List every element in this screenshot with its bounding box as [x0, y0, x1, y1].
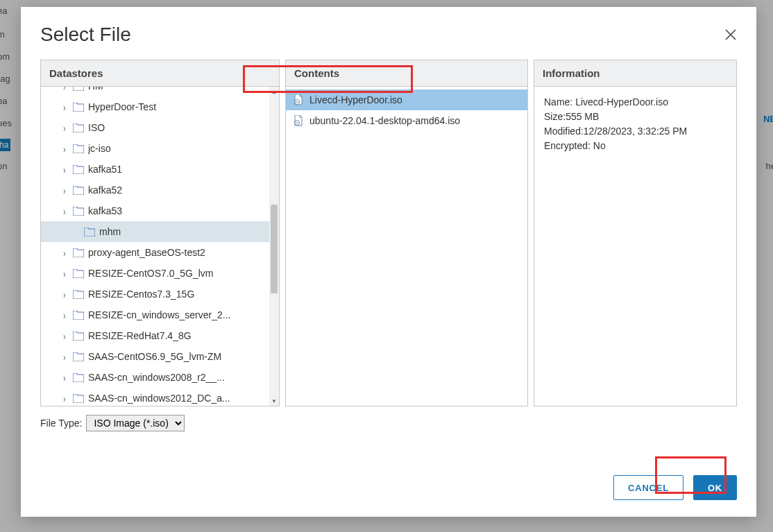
- iso-file-icon: [293, 115, 304, 126]
- chevron-right-icon[interactable]: ›: [60, 121, 69, 134]
- tree-item[interactable]: ›HyperDoor-Test: [41, 96, 269, 117]
- tree-item[interactable]: ›HM: [41, 87, 269, 96]
- folder-icon: [73, 269, 84, 278]
- folder-icon: [73, 394, 84, 403]
- iso-file-icon: [293, 94, 304, 105]
- tree-item-label: RESIZE-cn_windows_server_2...: [88, 309, 230, 320]
- folder-icon: [73, 332, 84, 341]
- tree-item[interactable]: ›RESIZE-cn_windows_server_2...: [41, 304, 269, 325]
- tree-item[interactable]: ›mhm: [41, 221, 269, 242]
- folder-icon: [73, 186, 84, 195]
- tree-item-label: SAAS-cn_windows2012_DC_a...: [88, 393, 230, 404]
- folder-icon: [84, 228, 95, 237]
- chevron-right-icon[interactable]: ›: [60, 309, 69, 321]
- folder-icon: [73, 103, 84, 112]
- file-type-label: File Type:: [40, 418, 82, 429]
- chevron-right-icon[interactable]: ›: [60, 101, 69, 113]
- tree-item[interactable]: ›proxy-agent_BaseOS-test2: [41, 242, 269, 263]
- info-size: Size:555 MB: [544, 110, 727, 124]
- folder-icon: [73, 87, 84, 91]
- tree-item-label: proxy-agent_BaseOS-test2: [88, 247, 205, 258]
- scroll-down-icon[interactable]: ▼: [269, 396, 279, 406]
- tree-item-label: RESIZE-CentOS7.0_5G_lvm: [88, 268, 214, 279]
- chevron-right-icon[interactable]: ›: [60, 246, 69, 259]
- tree-item[interactable]: ›RESIZE-RedHat7.4_8G: [41, 325, 269, 346]
- tree-item-label: jc-iso: [88, 143, 111, 154]
- tree-item[interactable]: ›kafka51: [41, 159, 269, 180]
- chevron-right-icon[interactable]: ›: [60, 163, 69, 175]
- ok-button[interactable]: OK: [693, 475, 737, 500]
- svg-point-3: [296, 122, 298, 123]
- chevron-right-icon[interactable]: ›: [60, 392, 69, 404]
- information-panel: Information Name: Livecd-HyperDoor.iso S…: [534, 60, 737, 406]
- file-item-label: Livecd-HyperDoor.iso: [309, 94, 402, 105]
- tree-item-label: RESIZE-Centos7.3_15G: [88, 289, 194, 300]
- chevron-right-icon[interactable]: ›: [60, 371, 69, 384]
- chevron-right-icon[interactable]: ›: [60, 142, 69, 155]
- contents-header: Contents: [286, 60, 527, 87]
- tree-item-label: RESIZE-RedHat7.4_8G: [88, 330, 192, 341]
- tree-item[interactable]: ›kafka52: [41, 180, 269, 200]
- folder-icon: [73, 248, 84, 257]
- chevron-right-icon[interactable]: ›: [60, 184, 69, 196]
- information-body: Name: Livecd-HyperDoor.iso Size:555 MB M…: [534, 87, 736, 406]
- scrollbar: ▲ ▼: [269, 87, 279, 406]
- chevron-right-icon[interactable]: ›: [60, 87, 69, 92]
- info-name: Name: Livecd-HyperDoor.iso: [544, 95, 727, 110]
- information-header: Information: [534, 60, 736, 87]
- tree-item[interactable]: ›SAAS-cn_windows2008_r2__...: [41, 367, 269, 388]
- tree-item-label: ISO: [88, 122, 105, 133]
- scroll-thumb[interactable]: [271, 205, 278, 293]
- contents-body: Livecd-HyperDoor.isoubuntu-22.04.1-deskt…: [286, 87, 527, 406]
- modal-footer: CANCEL OK: [40, 458, 737, 500]
- tree-item-label: HyperDoor-Test: [88, 101, 156, 112]
- tree-item-label: SAAS-cn_windows2008_r2__...: [88, 372, 225, 383]
- tree-item[interactable]: ›ISO: [41, 117, 269, 138]
- tree-item-label: kafka51: [88, 164, 122, 175]
- select-file-modal: Select File Datastores ›HM›HyperDoor-Tes…: [21, 7, 756, 517]
- file-item[interactable]: Livecd-HyperDoor.iso: [286, 89, 527, 110]
- tree-item[interactable]: ›SAAS-cn_windows2012_DC_a...: [41, 388, 269, 406]
- tree-item[interactable]: ›RESIZE-CentOS7.0_5G_lvm: [41, 263, 269, 284]
- chevron-right-icon[interactable]: ›: [60, 288, 69, 300]
- datastores-header: Datastores: [41, 60, 279, 87]
- file-item[interactable]: ubuntu-22.04.1-desktop-amd64.iso: [286, 110, 527, 131]
- tree-item-label: mhm: [99, 226, 121, 237]
- folder-icon: [73, 123, 84, 132]
- folder-icon: [73, 207, 84, 216]
- folder-icon: [73, 352, 84, 361]
- chevron-right-icon[interactable]: ›: [60, 267, 69, 280]
- chevron-right-icon[interactable]: ›: [60, 205, 69, 217]
- folder-icon: [73, 144, 84, 153]
- contents-list: Livecd-HyperDoor.isoubuntu-22.04.1-deskt…: [286, 87, 527, 134]
- scroll-up-icon[interactable]: ▲: [269, 87, 279, 96]
- folder-icon: [73, 311, 84, 320]
- tree-item-label: kafka52: [88, 185, 122, 196]
- svg-point-1: [296, 101, 298, 103]
- tree-item-label: kafka53: [88, 205, 122, 216]
- folder-icon: [73, 290, 84, 299]
- datastores-panel: Datastores ›HM›HyperDoor-Test›ISO›jc-iso…: [40, 60, 280, 406]
- file-item-label: ubuntu-22.04.1-desktop-amd64.iso: [309, 115, 460, 126]
- file-type-select[interactable]: ISO Image (*.iso): [86, 415, 185, 431]
- tree-item[interactable]: ›jc-iso: [41, 138, 269, 159]
- info-encrypted: Encrypted: No: [544, 139, 727, 153]
- chevron-right-icon[interactable]: ›: [60, 329, 69, 342]
- folder-icon: [73, 373, 84, 382]
- tree-item[interactable]: ›SAAS-CentOS6.9_5G_lvm-ZM: [41, 346, 269, 367]
- tree-item-label: SAAS-CentOS6.9_5G_lvm-ZM: [88, 351, 221, 362]
- folder-icon: [73, 165, 84, 174]
- chevron-right-icon[interactable]: ›: [60, 350, 69, 363]
- contents-panel: Contents Livecd-HyperDoor.isoubuntu-22.0…: [285, 60, 528, 406]
- info-modified: Modified:12/28/2023, 3:32:25 PM: [544, 124, 727, 139]
- close-icon[interactable]: [724, 28, 737, 41]
- panels-row: Datastores ›HM›HyperDoor-Test›ISO›jc-iso…: [40, 60, 737, 406]
- cancel-button[interactable]: CANCEL: [613, 475, 683, 500]
- datastores-body: ›HM›HyperDoor-Test›ISO›jc-iso›kafka51›ka…: [41, 87, 279, 406]
- tree-item[interactable]: ›RESIZE-Centos7.3_15G: [41, 284, 269, 304]
- modal-header: Select File: [40, 24, 737, 46]
- modal-title: Select File: [40, 24, 131, 46]
- datastore-tree: ›HM›HyperDoor-Test›ISO›jc-iso›kafka51›ka…: [41, 87, 269, 406]
- tree-item[interactable]: ›kafka53: [41, 200, 269, 221]
- file-type-row: File Type: ISO Image (*.iso): [40, 415, 737, 431]
